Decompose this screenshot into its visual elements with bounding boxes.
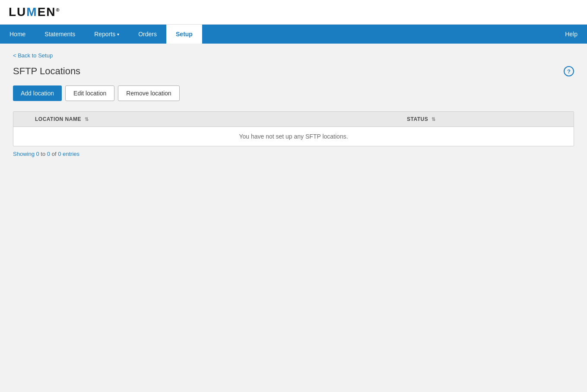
table-header-location-name[interactable]: LOCATION NAME ⇅ xyxy=(29,112,401,127)
page-title-row: SFTP Locations ? xyxy=(13,66,574,77)
status-sort-icon[interactable]: ⇅ xyxy=(432,117,436,122)
entries-of: 0 xyxy=(58,151,61,157)
edit-location-button[interactable]: Edit location xyxy=(65,85,114,101)
table-header-status[interactable]: STATUS ⇅ xyxy=(401,112,574,127)
nav-help[interactable]: Help xyxy=(555,25,587,44)
header: LUMEN® xyxy=(0,0,587,25)
nav-setup[interactable]: Setup xyxy=(166,25,202,44)
content-area: < Back to Setup SFTP Locations ? Add loc… xyxy=(0,44,587,166)
entries-info: Showing 0 to 0 of 0 entries xyxy=(13,151,574,157)
locations-table: LOCATION NAME ⇅ STATUS ⇅ You have not se… xyxy=(13,112,574,146)
table-header-row: LOCATION NAME ⇅ STATUS ⇅ xyxy=(13,112,574,127)
help-icon[interactable]: ? xyxy=(564,66,574,76)
page-title: SFTP Locations xyxy=(13,66,80,77)
location-name-sort-icon[interactable]: ⇅ xyxy=(85,117,89,122)
main-nav: Home Statements Reports ▾ Orders Setup H… xyxy=(0,25,587,44)
reports-dropdown-arrow: ▾ xyxy=(117,32,119,37)
add-location-button[interactable]: Add location xyxy=(13,85,62,101)
entries-suffix: entries xyxy=(63,151,79,157)
logo: LUMEN® xyxy=(9,5,578,19)
logo-text: LUMEN® xyxy=(9,5,60,19)
action-buttons: Add location Edit location Remove locati… xyxy=(13,85,574,101)
empty-message: You have not set up any SFTP locations. xyxy=(13,127,574,146)
remove-location-button[interactable]: Remove location xyxy=(118,85,179,101)
nav-statements[interactable]: Statements xyxy=(35,25,85,44)
entries-to: 0 xyxy=(47,151,50,157)
entries-from: 0 xyxy=(36,151,39,157)
nav-home[interactable]: Home xyxy=(0,25,35,44)
entries-label: Showing xyxy=(13,151,35,157)
table-empty-row: You have not set up any SFTP locations. xyxy=(13,127,574,146)
table-header-checkbox xyxy=(13,112,29,127)
nav-orders[interactable]: Orders xyxy=(129,25,166,44)
breadcrumb[interactable]: < Back to Setup xyxy=(13,52,574,59)
nav-reports[interactable]: Reports ▾ xyxy=(85,25,129,44)
locations-table-container: LOCATION NAME ⇅ STATUS ⇅ You have not se… xyxy=(13,111,574,146)
